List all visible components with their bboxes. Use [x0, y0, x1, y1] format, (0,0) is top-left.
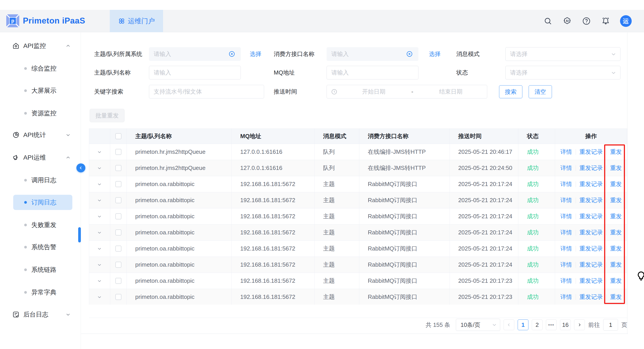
row-checkbox[interactable] — [115, 294, 122, 300]
search-icon[interactable] — [543, 16, 553, 26]
resend-link[interactable]: 重发 — [610, 212, 622, 220]
mq-address-input[interactable] — [326, 66, 418, 79]
sidebar-item-exception-dict[interactable]: 异常字典 — [0, 285, 81, 300]
detail-link[interactable]: 详情 — [560, 164, 572, 172]
detail-link[interactable]: 详情 — [560, 212, 572, 220]
sidebar-item-composite-monitor[interactable]: 综合监控 — [0, 61, 81, 76]
detail-link[interactable]: 详情 — [560, 277, 572, 285]
resend-link[interactable]: 重发 — [610, 196, 622, 204]
goto-page-input[interactable] — [603, 319, 618, 331]
resend-link[interactable]: 重发 — [610, 180, 622, 188]
detail-link[interactable]: 详情 — [560, 229, 572, 236]
select-all-checkbox[interactable] — [115, 133, 122, 139]
prev-page-button[interactable] — [504, 320, 514, 330]
detail-link[interactable]: 详情 — [560, 293, 572, 301]
ai-assistant-icon[interactable]: AI — [562, 16, 572, 26]
row-checkbox[interactable] — [115, 262, 122, 268]
row-expand-icon[interactable] — [97, 230, 102, 235]
sidebar-item-backend-log[interactable]: 后台日志 — [0, 307, 81, 322]
sidebar-item-api-monitor[interactable]: API监控 — [0, 38, 81, 53]
clear-button[interactable]: 清空 — [529, 85, 552, 98]
clear-circle-icon[interactable] — [228, 51, 235, 57]
user-avatar[interactable]: 运 — [620, 15, 632, 27]
row-expand-icon[interactable] — [97, 246, 102, 251]
resend-link[interactable]: 重发 — [610, 164, 622, 172]
resend-record-link[interactable]: 重发记录 — [580, 148, 603, 156]
detail-link[interactable]: 详情 — [560, 148, 572, 156]
page-ellipsis-button[interactable]: ••• — [546, 320, 557, 330]
sidebar-item-bigscreen[interactable]: 大屏展示 — [0, 83, 81, 98]
resend-link[interactable]: 重发 — [610, 229, 622, 236]
header-topic-name: 主题/队列名称 — [127, 129, 232, 144]
row-checkbox[interactable] — [115, 197, 122, 203]
topic-name-input[interactable] — [149, 66, 241, 79]
row-expand-icon[interactable] — [97, 182, 102, 187]
resend-link[interactable]: 重发 — [610, 293, 622, 301]
row-checkbox[interactable] — [115, 278, 122, 284]
help-icon[interactable] — [582, 16, 591, 26]
sidebar-item-system-trace[interactable]: 系统链路 — [0, 262, 81, 277]
row-checkbox[interactable] — [115, 181, 122, 187]
sidebar-item-subscription-log-selected[interactable]: 订阅日志 — [13, 195, 72, 210]
keyword-input[interactable] — [149, 85, 264, 98]
status-select[interactable]: 请选择 — [505, 66, 620, 79]
choose-system-link[interactable]: 选择 — [250, 47, 262, 61]
system-input[interactable] — [149, 47, 241, 61]
cell-message-mode: 主题 — [314, 208, 359, 224]
detail-link[interactable]: 详情 — [560, 196, 572, 204]
resend-record-link[interactable]: 重发记录 — [580, 277, 603, 285]
row-checkbox[interactable] — [115, 165, 122, 171]
push-time-range-picker[interactable]: 开始日期 - 结束日期 — [326, 85, 487, 98]
tab-ops-portal[interactable]: 运维门户 — [110, 10, 163, 32]
consumer-input[interactable] — [326, 47, 418, 61]
sidebar-item-system-alert[interactable]: 系统告警 — [0, 240, 81, 255]
sidebar-item-api-ops[interactable]: API运维 — [0, 150, 81, 165]
resend-link[interactable]: 重发 — [610, 148, 622, 156]
content-bottom-border — [81, 334, 628, 334]
search-button[interactable]: 搜索 — [499, 85, 522, 98]
row-expand-icon[interactable] — [97, 262, 102, 268]
table-footer-strip — [89, 305, 627, 318]
row-checkbox[interactable] — [115, 246, 122, 252]
chevron-down-icon — [610, 51, 617, 57]
detail-link[interactable]: 详情 — [560, 245, 572, 253]
page-button-2[interactable]: 2 — [532, 320, 542, 330]
detail-link[interactable]: 详情 — [560, 261, 572, 269]
row-expand-icon[interactable] — [97, 149, 102, 155]
next-page-button[interactable] — [574, 320, 585, 330]
resend-record-link[interactable]: 重发记录 — [580, 196, 603, 204]
bullet-icon — [24, 179, 27, 182]
detail-link[interactable]: 详情 — [560, 180, 572, 188]
page-size-select[interactable]: 10条/页 — [456, 319, 500, 331]
message-mode-select[interactable]: 请选择 — [505, 47, 620, 61]
row-checkbox[interactable] — [115, 229, 122, 236]
resend-record-link[interactable]: 重发记录 — [580, 164, 603, 172]
page-button-16[interactable]: 16 — [560, 320, 571, 330]
row-expand-icon[interactable] — [97, 165, 102, 171]
row-expand-icon[interactable] — [97, 278, 102, 284]
resend-link[interactable]: 重发 — [610, 277, 622, 285]
resend-record-link[interactable]: 重发记录 — [580, 261, 603, 269]
sidebar-item-api-stats[interactable]: API统计 — [0, 127, 81, 143]
row-expand-icon[interactable] — [97, 294, 102, 300]
sidebar-item-resource-monitor[interactable]: 资源监控 — [0, 106, 81, 121]
resend-record-link[interactable]: 重发记录 — [580, 293, 603, 301]
sidebar-collapse-button[interactable] — [76, 163, 85, 172]
clear-circle-icon[interactable] — [406, 51, 413, 57]
sidebar-item-call-log[interactable]: 调用日志 — [0, 173, 81, 188]
resend-record-link[interactable]: 重发记录 — [580, 180, 603, 188]
sidebar-item-failed-resend[interactable]: 失败重发 — [0, 217, 81, 233]
page-button-1[interactable]: 1 — [518, 320, 528, 330]
resend-record-link[interactable]: 重发记录 — [580, 245, 603, 253]
choose-consumer-link[interactable]: 选择 — [429, 47, 440, 61]
resend-link[interactable]: 重发 — [610, 245, 622, 253]
row-checkbox[interactable] — [115, 213, 122, 219]
row-expand-icon[interactable] — [97, 198, 102, 203]
row-checkbox[interactable] — [115, 149, 122, 155]
resend-link[interactable]: 重发 — [610, 261, 622, 269]
notification-bell-icon[interactable] — [601, 16, 610, 26]
resend-record-link[interactable]: 重发记录 — [580, 212, 603, 220]
lightbulb-icon[interactable] — [636, 270, 644, 282]
row-expand-icon[interactable] — [97, 214, 102, 219]
resend-record-link[interactable]: 重发记录 — [580, 229, 603, 236]
